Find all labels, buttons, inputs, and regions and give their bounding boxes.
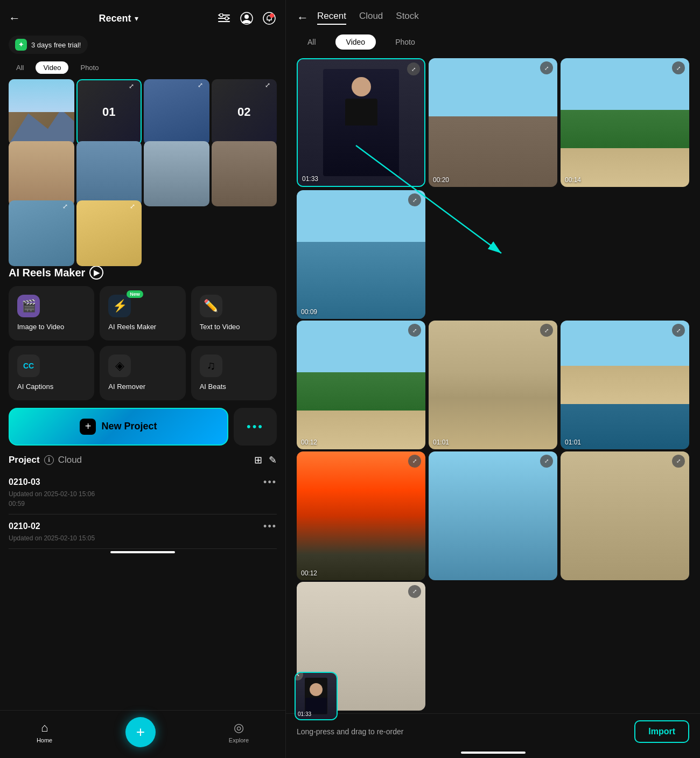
tool-ai-reels-maker[interactable]: New ⚡ AI Reels Maker [100,286,185,340]
tool-label: AI Reels Maker [108,323,156,332]
svg-rect-8 [269,20,270,22]
video-duration: 00:20 [433,176,449,184]
new-project-button[interactable]: + New Project [9,408,228,446]
expand-icon: ⤢ [407,62,420,75]
tab-recent[interactable]: Recent [317,11,346,25]
thumbnail-7[interactable] [144,141,209,207]
dots-icon: ••• [247,420,264,434]
video-item-4[interactable]: ⤢ 00:09 [297,190,425,319]
svg-point-6 [244,15,249,19]
ai-tools-grid: 🎬 Image to Video New ⚡ AI Reels Maker ✏️… [0,286,285,400]
tool-icon: ⚡ [108,295,131,317]
tab-cloud[interactable]: Cloud [359,11,383,25]
right-filter-video[interactable]: Video [335,34,376,50]
right-filter-photo[interactable]: Photo [384,34,426,50]
create-button[interactable]: + [125,717,156,747]
edit-icon[interactable]: ✎ [269,454,277,466]
video-duration: 01:01 [433,439,449,446]
nav-home[interactable]: ⌂ Home [37,721,52,743]
video-duration: 01:01 [565,439,581,446]
video-item-2[interactable]: ⤢ 00:20 [429,58,557,187]
avatar-icon[interactable] [239,11,254,26]
project-meta: Updated on 2025-02-10 15:06 [9,490,277,498]
project-duration: 00:59 [9,500,277,507]
tool-ai-captions[interactable]: CC AI Captions [9,346,94,400]
play-icon: ▶ [89,266,103,280]
tool-label: Text to Video [200,323,240,332]
video-item-10[interactable]: ⤢ [561,451,689,580]
explore-label: Explore [229,737,249,743]
import-bar: Long-press and drag to re-order Import [286,713,700,749]
home-label: Home [37,737,52,743]
thumbnail-3[interactable]: ⤢ [144,79,209,145]
expand-icon: ⤢ [672,455,685,468]
more-options-button[interactable]: ••• [234,408,277,446]
grid-view-icon[interactable]: ⊞ [254,454,262,466]
video-item-3[interactable]: ⤢ 00:14 [561,58,689,187]
expand-icon: ⤢ [130,203,139,212]
cloud-label: Cloud [58,455,82,465]
project-meta: Updated on 2025-02-10 15:05 [9,534,277,542]
video-item-9[interactable]: ⤢ [429,451,557,580]
expand-icon: ⤢ [408,193,421,206]
thumbnail-10[interactable]: ⤢ [76,200,142,266]
import-hint: Long-press and drag to re-order [297,727,403,736]
project-more-icon[interactable]: ••• [263,477,277,488]
filter-tab-all[interactable]: All [9,61,31,74]
video-item-6[interactable]: ⤢ 01:01 [429,321,557,449]
thumbnail-8[interactable] [212,141,277,207]
project-more-icon[interactable]: ••• [263,521,277,532]
right-filter-all[interactable]: All [297,34,327,50]
new-project-section: + New Project ••• [0,400,285,446]
free-trial-badge[interactable]: ✦ 3 days free trial! [9,36,88,54]
notification-icon[interactable] [262,11,277,26]
svg-rect-2 [218,21,230,22]
thumbnail-2[interactable]: ⤢ 01 [76,79,142,145]
filter-tab-photo[interactable]: Photo [73,61,106,74]
tool-label: AI Remover [108,383,145,392]
filter-icon[interactable] [216,11,232,26]
tool-text-to-video[interactable]: ✏️ Text to Video [191,286,277,340]
video-item-1[interactable]: ⤢ 01:33 [297,58,425,187]
tool-icon: 🎬 [17,295,40,317]
thumbnail-5[interactable] [9,141,74,207]
right-tabs: Recent Cloud Stock [317,11,689,25]
video-item-8[interactable]: ⤢ 00:12 [297,451,425,580]
right-back-button[interactable]: ← [297,11,309,25]
expand-icon: ⤢ [672,61,685,74]
project-item[interactable]: 0210-02 ••• Updated on 2025-02-10 15:05 [9,514,277,549]
expand-icon: ⤢ [62,203,72,212]
nav-explore[interactable]: ◎ Explore [229,721,249,743]
expand-icon: ⤢ [540,455,553,468]
project-item[interactable]: 0210-03 ••• Updated on 2025-02-10 15:06 … [9,470,277,514]
filter-tab-video[interactable]: Video [36,61,68,74]
preview-duration: 01:33 [298,711,311,717]
expand-icon: ⤢ [540,61,553,74]
plus-icon: + [136,725,145,740]
back-button[interactable]: ← [9,11,20,25]
video-item-5[interactable]: ⤢ 00:12 [297,321,425,449]
project-header: Project ℹ Cloud ⊞ ✎ [0,446,285,470]
home-indicator [110,551,175,553]
video-duration: 00:09 [301,308,317,316]
svg-point-9 [270,13,274,18]
new-project-label: New Project [101,421,157,432]
tool-ai-beats[interactable]: ♫ AI Beats [191,346,277,400]
tool-image-to-video[interactable]: 🎬 Image to Video [9,286,94,340]
right-header: ← Recent Cloud Stock [286,0,700,30]
tab-stock[interactable]: Stock [396,11,419,25]
thumbnail-9[interactable]: ⤢ [9,200,74,266]
thumbnail-6[interactable] [76,141,142,207]
tool-ai-remover[interactable]: ◈ AI Remover [100,346,185,400]
video-item-7[interactable]: ⤢ 01:01 [561,321,689,449]
import-button[interactable]: Import [634,720,689,743]
dropdown-arrow-icon[interactable]: ▾ [135,14,138,23]
expand-icon: ⤢ [198,81,207,91]
selected-preview: ✕ 01:33 [295,672,338,720]
video-grid: ⤢ 01:33 ⤢ 00:20 ⤢ 00:14 ⤢ 00:09 ⤢ 00:12 [286,54,700,713]
expand-icon: ⤢ [408,585,421,598]
project-item-header: 0210-03 ••• [9,477,277,488]
tool-icon: ♫ [200,354,222,377]
thumbnail-4[interactable]: ⤢ 02 [212,79,277,145]
thumbnail-1[interactable]: ⤢ [9,79,74,145]
